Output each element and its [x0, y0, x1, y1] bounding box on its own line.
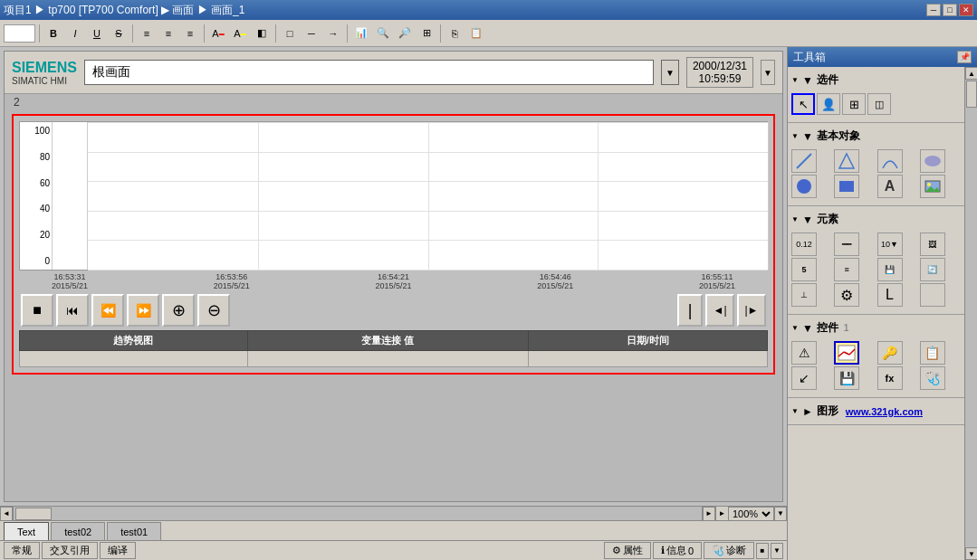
tab-test01[interactable]: test01 — [107, 522, 161, 540]
tab-test02[interactable]: test02 — [51, 522, 105, 540]
table-header-datetime: 日期/时间 — [528, 331, 767, 351]
right-scroll-down-btn[interactable]: ▼ — [965, 547, 977, 560]
bold-button[interactable]: B — [43, 24, 63, 43]
triangle-shape-btn[interactable] — [834, 149, 859, 173]
to-start-button[interactable]: ⏮ — [56, 294, 89, 327]
selection-section-title[interactable]: ▼ 选件 — [791, 71, 961, 90]
titlebar-breadcrumb: 项目1 ▶ tp700 [TP700 Comfort] ▶ 画面 ▶ 画面_1 — [4, 3, 244, 18]
element-1-btn[interactable]: ━━ — [834, 233, 859, 256]
maximize-button[interactable]: □ — [943, 4, 957, 16]
ctrl-list-btn[interactable]: 📋 — [920, 341, 945, 365]
fast-forward-button[interactable]: ⏩ — [127, 294, 159, 327]
basic-objects-section-title[interactable]: ▼ 基本对象 — [791, 127, 961, 146]
canvas-hscroll: ◄ ► ► 100% 75% 50% 150% ▼ — [0, 506, 787, 520]
zoom-arrow[interactable]: ▼ — [774, 507, 787, 521]
element-4-btn[interactable]: 5 — [791, 258, 817, 281]
columns-button[interactable]: ⊞ — [417, 24, 436, 43]
status-layout-btn[interactable]: ■ — [756, 543, 769, 559]
right-panel-pin[interactable]: 📌 — [957, 51, 972, 63]
close-button[interactable]: ✕ — [959, 4, 973, 16]
rect-shape-btn[interactable] — [834, 175, 859, 198]
underline-button[interactable]: U — [87, 24, 107, 43]
zoom-out-button[interactable]: ⊖ — [197, 294, 230, 327]
rewind-button[interactable]: ⏪ — [91, 294, 124, 327]
element-7-btn[interactable]: 🔄 — [920, 258, 945, 281]
zoom-in-toolbar[interactable]: 🔍 — [373, 24, 393, 43]
zoom-in-button[interactable]: ⊕ — [162, 294, 195, 327]
hscroll-track[interactable] — [13, 507, 703, 521]
graphics-section-title[interactable]: ► 图形 www.321gk.com — [791, 402, 961, 421]
arc-shape-btn[interactable] — [877, 149, 903, 173]
element-11-btn[interactable] — [920, 283, 945, 307]
ctrl-fx-btn[interactable]: fx — [877, 366, 903, 390]
minimize-button[interactable]: ─ — [926, 4, 941, 16]
element-9-btn[interactable]: ⚙ — [834, 283, 859, 307]
text-shape-btn[interactable]: A — [877, 175, 903, 198]
strikethrough-button[interactable]: S — [109, 24, 129, 43]
image-shape-btn[interactable] — [920, 175, 945, 198]
scroll-bar-control[interactable]: | — [677, 294, 703, 327]
border-button[interactable]: □ — [280, 24, 300, 43]
font-color-button[interactable]: A▬ — [208, 24, 228, 43]
ctrl-diagnose-btn[interactable]: 🩺 — [920, 366, 945, 390]
right-scroll-up-btn[interactable]: ▲ — [965, 67, 977, 80]
elements-section-title[interactable]: ▼ 元素 — [791, 210, 961, 229]
element-5-btn[interactable]: ≡ — [834, 258, 859, 281]
hmi-scroll-button[interactable]: ▼ — [761, 60, 775, 85]
scroll-indicator[interactable]: ► — [715, 507, 728, 521]
scroll-right-button[interactable]: |► — [737, 294, 766, 327]
line-shape-btn[interactable] — [791, 149, 817, 173]
person-tool-btn[interactable]: 👤 — [817, 93, 840, 115]
status-properties[interactable]: ⚙ 属性 — [604, 542, 651, 559]
element-2-btn[interactable]: 10▼ — [877, 233, 903, 256]
paste-button[interactable]: 📋 — [466, 24, 486, 43]
scroll-left-button[interactable]: ◄| — [705, 294, 734, 327]
www-link[interactable]: www.321gk.com — [846, 406, 923, 417]
copy-button[interactable]: ⎘ — [445, 24, 465, 43]
bg-color-button[interactable]: A▬ — [230, 24, 250, 43]
ctrl-arrow-btn[interactable]: ↙ — [791, 366, 817, 390]
zoom-select[interactable]: 100% 75% 50% 150% — [728, 507, 774, 521]
status-diagnostics[interactable]: 🩺 诊断 — [704, 542, 754, 559]
hmi-screen: SIEMENS SIMATIC HMI 根画面 ▼ 2000/12/31 10:… — [4, 51, 783, 502]
align-center-button[interactable]: ≡ — [158, 24, 178, 43]
ctrl-chart-btn[interactable] — [834, 341, 859, 365]
line-button[interactable]: ─ — [302, 24, 321, 43]
element-0-btn[interactable]: 0.12 — [791, 233, 817, 256]
chart-button[interactable]: 📊 — [351, 24, 371, 43]
grid-line-v-1 — [258, 122, 259, 270]
bottom-tab-cross-ref[interactable]: 交叉引用 — [42, 542, 98, 559]
hscroll-left-btn[interactable]: ◄ — [0, 507, 13, 521]
align-left-button[interactable]: ≡ — [137, 24, 157, 43]
status-layout-btn2[interactable]: ▼ — [771, 543, 783, 559]
right-scroll-track[interactable] — [965, 80, 977, 547]
ctrl-save-btn[interactable]: 💾 — [834, 366, 859, 390]
grid-tool-btn[interactable]: ⊞ — [842, 93, 866, 115]
bottom-tab-general[interactable]: 常规 — [4, 542, 40, 559]
circle-shape-btn[interactable] — [791, 175, 817, 198]
align-right-button[interactable]: ≡ — [180, 24, 200, 43]
toolbar-font-input[interactable]: 13 — [4, 24, 35, 43]
bottom-tab-compile[interactable]: 编译 — [100, 542, 136, 559]
ellipse-shape-btn[interactable] — [920, 149, 945, 173]
fill-button[interactable]: ◧ — [252, 24, 272, 43]
screen-name-input[interactable] — [84, 60, 654, 85]
element-10-btn[interactable]: L — [877, 283, 903, 307]
tab-text[interactable]: Text — [4, 522, 49, 540]
status-info[interactable]: ℹ 信息 0 — [653, 542, 702, 559]
zoom-out-toolbar[interactable]: 🔎 — [395, 24, 415, 43]
element-6-btn[interactable]: 💾 — [877, 258, 903, 281]
ctrl-key-btn[interactable]: 🔑 — [877, 341, 903, 365]
italic-button[interactable]: I — [65, 24, 85, 43]
element-8-btn[interactable]: ⊥ — [791, 283, 817, 307]
arrow-button[interactable]: → — [323, 24, 343, 43]
ellipse-shape-icon — [924, 152, 942, 170]
element-3-btn[interactable]: 🖼 — [920, 233, 945, 256]
stop-button[interactable]: ■ — [21, 294, 53, 327]
hscroll-right-btn[interactable]: ► — [703, 507, 715, 521]
ctrl-warning-btn[interactable]: ⚠ — [791, 341, 817, 365]
layout-tool-btn[interactable]: ◫ — [867, 93, 891, 115]
controls-section-title[interactable]: ▼ 控件 1 — [791, 318, 961, 337]
select-tool-btn[interactable]: ↖ — [791, 93, 815, 115]
dropdown-arrow[interactable]: ▼ — [661, 60, 679, 85]
